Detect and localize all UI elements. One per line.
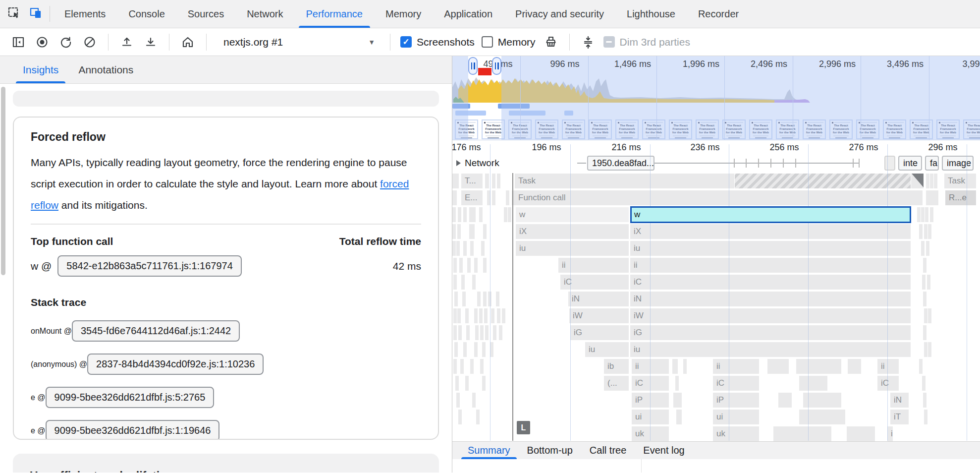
flame-event-sliver[interactable] [911,174,924,188]
flame-event-[interactable]: (... [604,376,629,391]
flame-event-r-e[interactable]: R...e [945,190,977,205]
flame-event-sliver[interactable] [456,393,460,408]
flame-event-sliver[interactable] [917,207,921,222]
flame-event-i[interactable]: i [887,426,893,441]
source-location-link[interactable]: 9099-5bee326dd621dfbf.js:5:2765 [46,387,215,408]
flame-event-sliver[interactable] [458,207,462,222]
flame-event-sliver[interactable] [480,359,484,374]
source-location-link[interactable]: 5842-e12b863a5c711761.js:1:167974 [57,255,242,277]
flame-event-sliver[interactable] [485,174,490,188]
flame-event-sliver[interactable] [470,241,474,256]
flame-event-sliver[interactable] [922,275,926,290]
flame-event-sliver[interactable] [452,207,456,222]
flame-event-sliver[interactable] [458,410,462,424]
flame-event-sliver[interactable] [924,342,928,357]
flame-event-sliver[interactable] [463,342,467,357]
load-profile-icon[interactable] [118,34,135,51]
flame-event-sliver[interactable] [483,258,487,273]
tab-sources[interactable]: Sources [176,0,235,28]
flame-event-ib[interactable]: ib [604,359,629,374]
flame-event-sliver[interactable] [474,308,478,323]
network-request-chip[interactable]: image [942,156,974,171]
flame-event-ig[interactable]: iG [630,325,911,340]
flame-event-ip[interactable]: iP [713,393,760,408]
flame-event-sliver[interactable] [735,174,911,188]
flame-event-sliver[interactable] [672,359,678,374]
tab-lighthouse[interactable]: Lighthouse [615,0,687,28]
flame-event-sliver[interactable] [462,292,466,306]
history-select[interactable]: nextjs.org #1 ▼ [217,36,380,48]
flame-event-sliver[interactable] [926,174,930,188]
flame-event-sliver[interactable] [458,325,462,340]
flame-event-sliver[interactable] [497,174,501,188]
flame-event-sliver[interactable] [469,207,476,222]
flame-event-sliver[interactable] [493,325,497,340]
flame-event-sliver[interactable] [683,359,687,374]
flame-event-sliver[interactable] [504,207,508,222]
clear-recording-icon[interactable] [81,34,98,51]
flame-event-sliver[interactable] [465,376,469,391]
collect-garbage-icon[interactable] [543,34,559,51]
flame-event-t[interactable]: T... [461,174,483,188]
flame-event-sliver[interactable] [673,393,682,408]
flame-event-sliver[interactable] [472,393,476,408]
tab-console[interactable]: Console [117,0,176,28]
flame-event-sliver[interactable] [497,308,501,323]
collapse-tracks-icon[interactable] [580,34,597,51]
flame-event-sliver[interactable] [924,308,928,323]
flame-event-ii[interactable]: ii [877,359,899,374]
flame-event-sliver[interactable] [928,308,932,323]
flame-event-sliver[interactable] [459,258,463,273]
flame-event-sliver[interactable] [675,376,679,391]
flame-event-ii[interactable]: ii [558,258,629,273]
flame-event-uk[interactable]: uk [713,426,760,441]
flame-event-sliver[interactable] [485,325,489,340]
flame-event-sliver[interactable] [924,224,928,239]
flame-event-sliver[interactable] [466,325,470,340]
flame-event-iu[interactable]: iu [585,342,629,357]
source-location-link[interactable]: 2837-84b4d4394cd0f92e.js:1:10236 [87,354,264,375]
flame-event-sliver[interactable] [499,325,503,340]
flame-event-e[interactable]: E... [461,190,483,205]
flame-event-sliver[interactable] [477,292,481,306]
tab-network[interactable]: Network [235,0,294,28]
flame-event-ii[interactable]: ii [632,359,669,374]
flame-event-in[interactable]: iN [568,292,629,306]
flame-event-sliver[interactable] [496,292,500,306]
flame-event-sliver[interactable] [482,376,486,391]
flame-event-sliver[interactable] [490,342,494,357]
flame-event-sliver[interactable] [506,190,510,205]
network-request-chip[interactable]: fa [925,156,939,171]
sidebar-tab-annotations[interactable]: Annotations [70,56,141,83]
flame-event-sliver[interactable] [474,258,478,273]
flame-event-sliver[interactable] [461,275,465,290]
flame-event-sliver[interactable] [924,410,928,424]
flame-event-ui[interactable]: ui [632,410,669,424]
screenshots-checkbox[interactable]: ✓ Screenshots [400,36,475,48]
flame-event-sliver[interactable] [452,241,456,256]
flame-event-sliver[interactable] [475,325,479,340]
flame-event-ic[interactable]: iC [632,376,669,391]
network-request-chip[interactable]: inte [898,156,922,171]
flame-event-sliver[interactable] [481,241,485,256]
flame-event-ip[interactable]: iP [632,393,669,408]
flame-event-sliver[interactable] [676,410,682,424]
flame-event-sliver[interactable] [803,393,842,408]
flame-event-ic[interactable]: iC [713,376,760,391]
selected-event-w[interactable]: w [630,206,911,223]
flame-event-sliver[interactable] [848,359,862,374]
flame-event-sliver[interactable] [923,292,927,306]
flame-event-ic[interactable]: iC [630,275,911,290]
tab-performance[interactable]: Performance [295,0,375,28]
network-track[interactable]: Network 1950.dea8fad...intefaimage [452,154,980,173]
inspect-element-icon[interactable] [7,6,21,22]
flame-event-task[interactable]: Task [515,174,735,188]
flame-event-sliver[interactable] [919,224,923,239]
flame-event-sliver[interactable] [935,190,939,205]
main-flamechart[interactable]: T...TaskTaskE...Function callR...ewwiXiX… [452,173,980,441]
flame-event-sliver[interactable] [799,410,846,424]
flame-event-sliver[interactable] [926,241,930,256]
flame-event-sliver[interactable] [928,224,932,239]
flame-event-ic[interactable]: iC [877,376,899,391]
flame-event-sliver[interactable] [470,359,474,374]
